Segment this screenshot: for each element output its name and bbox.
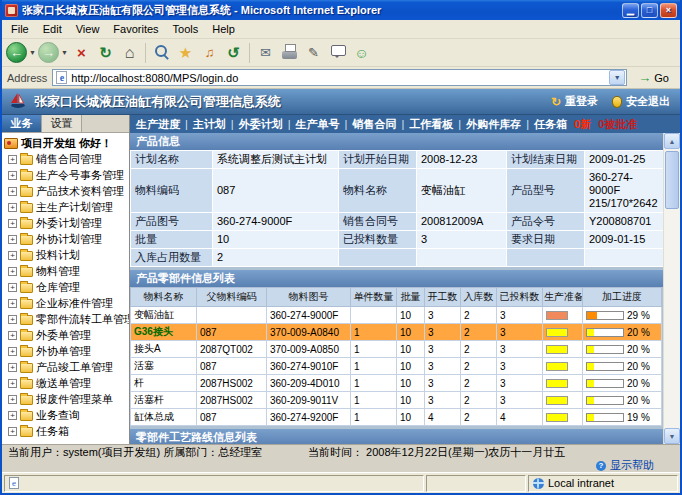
stop-icon[interactable]: × bbox=[70, 41, 93, 64]
parts-row-5[interactable]: 杆2087HS002360-209-4D01011032320 % bbox=[131, 375, 662, 392]
expand-icon[interactable]: + bbox=[8, 411, 17, 420]
cell-started: 3 bbox=[425, 324, 461, 341]
minimize-button[interactable]: ▁ bbox=[622, 3, 639, 18]
tree-item-3[interactable]: +产品技术资料管理 bbox=[4, 183, 129, 199]
go-button[interactable]: → Go bbox=[632, 69, 675, 86]
forward-dropdown-icon[interactable]: ▼ bbox=[60, 49, 69, 56]
toolbar: ←▼→▼×↻⌂★♫↺✉✎☺ bbox=[2, 39, 680, 67]
tree-item-9[interactable]: +仓库管理 bbox=[4, 279, 129, 295]
scroll-up-button[interactable]: ▲ bbox=[664, 133, 680, 149]
back-icon[interactable]: ← bbox=[6, 42, 27, 63]
sidebar-tab-settings[interactable]: 设置 bbox=[42, 115, 82, 132]
parts-row-4[interactable]: 活塞087360-274-9010F11032320 % bbox=[131, 358, 662, 375]
favorites-icon[interactable]: ★ bbox=[174, 41, 197, 64]
parts-row-7[interactable]: 缸体总成087360-274-9200F11042419 % bbox=[131, 409, 662, 426]
nav-item-8[interactable]: 任务箱 bbox=[534, 117, 567, 132]
expand-icon[interactable]: + bbox=[8, 235, 17, 244]
parts-row-2[interactable]: G36接头087370-009-A084011032320 % bbox=[131, 324, 662, 341]
tree-item-7[interactable]: +投料计划 bbox=[4, 247, 129, 263]
discuss-icon[interactable] bbox=[326, 41, 349, 64]
tree-item-15[interactable]: +缴送单管理 bbox=[4, 375, 129, 391]
scrollbar-track[interactable] bbox=[664, 149, 680, 428]
expand-icon[interactable]: + bbox=[8, 267, 17, 276]
parts-row-6[interactable]: 活塞杆2087HS002360-209-9011V11032320 % bbox=[131, 392, 662, 409]
menu-item-favorites[interactable]: Favorites bbox=[106, 21, 165, 37]
edit-icon[interactable]: ✎ bbox=[302, 41, 325, 64]
forward-icon[interactable]: → bbox=[38, 42, 59, 63]
menu-item-edit[interactable]: Edit bbox=[36, 21, 69, 37]
search-icon[interactable] bbox=[150, 41, 173, 64]
cell-parent: 087 bbox=[197, 409, 267, 426]
nav-item-5[interactable]: 销售合同 bbox=[352, 117, 396, 132]
mail-icon[interactable]: ✉ bbox=[254, 41, 277, 64]
nav-item-1[interactable]: 生产进度 bbox=[136, 117, 180, 132]
back-dropdown-icon[interactable]: ▼ bbox=[28, 49, 37, 56]
expand-icon[interactable]: + bbox=[8, 347, 17, 356]
parts-row-1[interactable]: 变幅油缸360-274-9000F1032329 % bbox=[131, 307, 662, 324]
expand-icon[interactable]: + bbox=[8, 331, 17, 340]
nav-item-2[interactable]: 主计划 bbox=[193, 117, 226, 132]
tree-item-6[interactable]: +外协计划管理 bbox=[4, 231, 129, 247]
tree-item-12[interactable]: +外委单管理 bbox=[4, 327, 129, 343]
messenger-icon[interactable]: ☺ bbox=[350, 41, 373, 64]
expand-icon[interactable]: + bbox=[8, 427, 17, 436]
tree-item-14[interactable]: +产品竣工单管理 bbox=[4, 359, 129, 375]
expand-icon[interactable]: + bbox=[8, 219, 17, 228]
nav-item-7[interactable]: 外购件库存 bbox=[466, 117, 521, 132]
nav-badge-2[interactable]: 0被批准 bbox=[598, 117, 637, 132]
expand-icon[interactable]: + bbox=[8, 363, 17, 372]
expand-icon[interactable]: + bbox=[8, 155, 17, 164]
expand-icon[interactable]: + bbox=[8, 283, 17, 292]
expand-icon[interactable]: + bbox=[8, 171, 17, 180]
address-input[interactable]: e http://localhost:8080/MPS/login.do ▼ bbox=[52, 69, 627, 86]
tree-item-18[interactable]: +任务箱 bbox=[4, 423, 129, 439]
show-help-link[interactable]: 显示帮助 bbox=[610, 458, 654, 473]
tree-item-11[interactable]: +零部件流转工单管理 bbox=[4, 311, 129, 327]
expand-icon[interactable]: + bbox=[8, 299, 17, 308]
menu-item-file[interactable]: File bbox=[4, 21, 36, 37]
nav-badge-1[interactable]: 0新 bbox=[574, 117, 591, 132]
nav-item-4[interactable]: 生产单号 bbox=[296, 117, 340, 132]
nav-item-6[interactable]: 工作看板 bbox=[409, 117, 453, 132]
menu-item-help[interactable]: Help bbox=[205, 21, 242, 37]
relogin-button[interactable]: ↻ 重登录 bbox=[551, 94, 598, 109]
address-dropdown-button[interactable]: ▼ bbox=[609, 70, 625, 85]
title-bar[interactable]: 张家口长城液压油缸有限公司管理信息系统 - Microsoft Internet… bbox=[2, 0, 680, 20]
scroll-down-button[interactable]: ▼ bbox=[664, 428, 680, 444]
intranet-zone-icon bbox=[533, 478, 544, 489]
media-icon[interactable]: ♫ bbox=[198, 41, 221, 64]
expand-icon[interactable]: + bbox=[8, 203, 17, 212]
expand-icon[interactable]: + bbox=[8, 315, 17, 324]
refresh-icon[interactable]: ↻ bbox=[94, 41, 117, 64]
menu-item-view[interactable]: View bbox=[69, 21, 107, 37]
content-scrollbar[interactable]: ▲ ▼ bbox=[663, 133, 680, 444]
tree-item-label: 销售合同管理 bbox=[36, 152, 102, 167]
history-icon[interactable]: ↺ bbox=[222, 41, 245, 64]
tree-item-13[interactable]: +外协单管理 bbox=[4, 343, 129, 359]
logout-button[interactable]: 安全退出 bbox=[612, 94, 670, 109]
print-icon[interactable] bbox=[278, 41, 301, 64]
tree-item-16[interactable]: +报废件管理菜单 bbox=[4, 391, 129, 407]
parts-column-header: 批量 bbox=[397, 288, 425, 307]
expand-icon[interactable]: + bbox=[8, 187, 17, 196]
expand-icon[interactable]: + bbox=[8, 379, 17, 388]
tree-item-4[interactable]: +主生产计划管理 bbox=[4, 199, 129, 215]
current-user-text: 当前用户：system(项目开发组) 所属部门：总经理室 bbox=[8, 445, 300, 460]
tree-item-17[interactable]: +业务查询 bbox=[4, 407, 129, 423]
tree-root-item[interactable]: 项目开发组 你好！ bbox=[4, 135, 129, 151]
nav-item-3[interactable]: 外委计划 bbox=[239, 117, 283, 132]
scrollbar-thumb[interactable] bbox=[665, 151, 679, 209]
parts-row-3[interactable]: 接头A2087QT002370-009-A085011032320 % bbox=[131, 341, 662, 358]
home-icon[interactable]: ⌂ bbox=[118, 41, 141, 64]
tree-item-8[interactable]: +物料管理 bbox=[4, 263, 129, 279]
tree-item-5[interactable]: +外委计划管理 bbox=[4, 215, 129, 231]
expand-icon[interactable]: + bbox=[8, 251, 17, 260]
expand-icon[interactable]: + bbox=[8, 395, 17, 404]
tree-item-10[interactable]: +企业标准件管理 bbox=[4, 295, 129, 311]
sidebar-tab-business[interactable]: 业务 bbox=[2, 115, 42, 132]
menu-item-tools[interactable]: Tools bbox=[166, 21, 206, 37]
close-button[interactable]: × bbox=[660, 3, 677, 18]
tree-item-1[interactable]: +销售合同管理 bbox=[4, 151, 129, 167]
maximize-button[interactable]: □ bbox=[641, 3, 658, 18]
tree-item-2[interactable]: +生产令号事务管理 bbox=[4, 167, 129, 183]
